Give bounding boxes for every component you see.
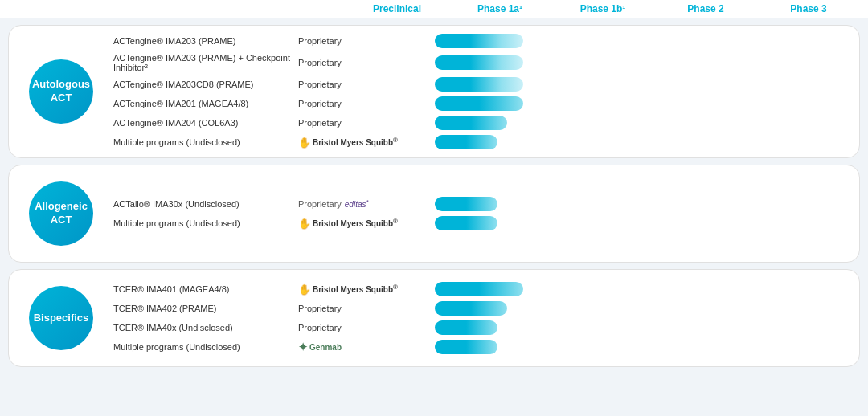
pipeline-row: ACTengine® IMA203 (PRAME) + Checkpoint I…	[113, 53, 859, 72]
phase-bar	[435, 282, 523, 296]
phase-bar	[435, 55, 523, 70]
phases-container	[435, 301, 859, 316]
phase-col-preclinical	[435, 197, 523, 211]
bms-label: Bristol Myers Squibb®	[313, 137, 398, 147]
phases-container	[435, 320, 859, 335]
header-phase-phase-2: Phase 2	[661, 3, 750, 14]
product-name: ACTengine® IMA203 (PRAME)	[113, 36, 298, 46]
pipeline-row: Multiple programs (Undisclosed) ✦ Genmab	[113, 340, 859, 354]
phase-col-preclinical	[435, 340, 523, 354]
phase-col-preclinical	[435, 301, 523, 316]
product-name: TCER® IMA401 (MAGEA4/8)	[113, 284, 298, 294]
pipeline-row: ACTengine® IMA201 (MAGEA4/8) Proprietary	[113, 96, 859, 111]
phase-col-preclinical	[435, 34, 523, 48]
phase-col-preclinical	[435, 135, 523, 149]
partner-proprietary: Proprietary	[298, 118, 342, 128]
partner-label: Proprietary	[298, 36, 435, 46]
header-phase-phase-1b¹: Phase 1b¹	[559, 3, 647, 14]
partner-proprietary: Proprietary	[298, 323, 342, 332]
phase-col-preclinical	[435, 216, 523, 230]
genmab-icon: ✦	[298, 341, 308, 353]
phase-bar	[435, 340, 497, 354]
rows-area-allogeneic: ACTallo® IMA30x (Undisclosed) Proprietar…	[113, 173, 859, 254]
rows-area-bispecifics: TCER® IMA401 (MAGEA4/8) ✋ Bristol Myers …	[113, 278, 859, 358]
proprietary-label: Proprietary	[298, 199, 342, 209]
partner-label: ✦ Genmab	[298, 341, 435, 353]
phases-container	[435, 34, 859, 48]
partner-editas: Proprietary editas*	[298, 198, 369, 209]
product-name: ACTengine® IMA201 (MAGEA4/8)	[113, 99, 298, 108]
section-bispecifics: Bispecifics TCER® IMA401 (MAGEA4/8) ✋ Br…	[8, 269, 860, 367]
modality-circle-bispecifics: Bispecifics	[29, 286, 93, 350]
phase-col-preclinical	[435, 96, 523, 111]
phase-bar	[435, 116, 507, 130]
pipeline-row: ACTengine® IMA204 (COL6A3) Proprietary	[113, 116, 859, 130]
partner-proprietary: Proprietary	[298, 36, 342, 46]
bms-label: Bristol Myers Squibb®	[313, 283, 398, 294]
header-phase-preclinical: Preclinical	[353, 3, 441, 14]
phase-col-preclinical	[435, 320, 523, 335]
product-name: ACTengine® IMA203CD8 (PRAME)	[113, 80, 298, 89]
hand-icon: ✋	[298, 283, 311, 296]
phase-bar	[435, 320, 497, 335]
modality-wrapper-allogeneic: AllogeneicACT	[9, 173, 113, 254]
partner-label: Proprietary	[298, 99, 435, 108]
pipeline-row: TCER® IMA401 (MAGEA4/8) ✋ Bristol Myers …	[113, 282, 859, 296]
partner-label: ✋ Bristol Myers Squibb®	[298, 283, 435, 296]
partner-bms: ✋ Bristol Myers Squibb®	[298, 218, 398, 230]
phase-bar	[435, 96, 523, 111]
pipeline-row: ACTallo® IMA30x (Undisclosed) Proprietar…	[113, 197, 859, 211]
phases-container	[435, 96, 859, 111]
partner-bms: ✋ Bristol Myers Squibb®	[298, 137, 398, 149]
pipeline-row: TCER® IMA402 (PRAME) Proprietary	[113, 301, 859, 316]
phase-bar-area	[435, 216, 859, 230]
phase-col-preclinical	[435, 77, 523, 92]
product-name: Multiple programs (Undisclosed)	[113, 137, 298, 147]
phases-container	[435, 116, 859, 130]
partner-bms: ✋ Bristol Myers Squibb®	[298, 283, 398, 296]
header-phase-phase-3: Phase 3	[764, 3, 853, 14]
editas-logo: editas*	[345, 198, 369, 209]
phase-bar	[435, 77, 523, 92]
content-area: AutologousACT ACTengine® IMA203 (PRAME) …	[0, 18, 868, 373]
pipeline-row: ACTengine® IMA203 (PRAME) Proprietary	[113, 34, 859, 48]
genmab-label: Genmab	[309, 343, 342, 352]
modality-circle-autologous: AutologousACT	[29, 59, 93, 124]
modality-circle-allogeneic: AllogeneicACT	[29, 181, 93, 246]
phase-bar	[435, 135, 497, 149]
product-name: Multiple programs (Undisclosed)	[113, 342, 298, 352]
hand-icon: ✋	[298, 137, 311, 149]
product-name: ACTallo® IMA30x (Undisclosed)	[113, 199, 298, 209]
phases-container	[435, 216, 859, 230]
modality-wrapper-autologous: AutologousACT	[9, 34, 113, 149]
product-name: TCER® IMA402 (PRAME)	[113, 304, 298, 313]
product-name: Multiple programs (Undisclosed)	[113, 218, 298, 228]
phase-col-preclinical	[435, 55, 523, 70]
phases-container	[435, 135, 859, 149]
phase-bar	[435, 197, 497, 211]
header-row: PreclinicalPhase 1a¹Phase 1b¹Phase 2Phas…	[0, 0, 868, 18]
product-name: ACTengine® IMA203 (PRAME) + Checkpoint I…	[113, 53, 298, 72]
hand-icon: ✋	[298, 218, 311, 230]
partner-label: Proprietary	[298, 118, 435, 128]
partner-proprietary: Proprietary	[298, 304, 342, 313]
product-name: ACTengine® IMA204 (COL6A3)	[113, 118, 298, 128]
phases-container	[435, 77, 859, 92]
header-phases: PreclinicalPhase 1a¹Phase 1b¹Phase 2Phas…	[346, 3, 860, 14]
pipeline-row: ACTengine® IMA203CD8 (PRAME) Proprietary	[113, 77, 859, 92]
phases-container	[435, 55, 859, 70]
partner-label: ✋ Bristol Myers Squibb®	[298, 218, 435, 230]
bms-label: Bristol Myers Squibb®	[313, 218, 398, 228]
modality-wrapper-bispecifics: Bispecifics	[9, 278, 113, 358]
partner-label: Proprietary	[298, 323, 435, 332]
partner-proprietary: Proprietary	[298, 80, 342, 89]
partner-genmab: ✦ Genmab	[298, 341, 342, 353]
phase-bar-area	[435, 55, 859, 70]
partner-proprietary: Proprietary	[298, 58, 342, 67]
section-allogeneic: AllogeneicACT ACTallo® IMA30x (Undisclos…	[8, 165, 860, 263]
phase-bar	[435, 301, 507, 316]
phase-col-preclinical	[435, 282, 523, 296]
phase-bar-area	[435, 301, 859, 316]
phases-container	[435, 197, 859, 211]
section-autologous: AutologousACT ACTengine® IMA203 (PRAME) …	[8, 25, 860, 158]
